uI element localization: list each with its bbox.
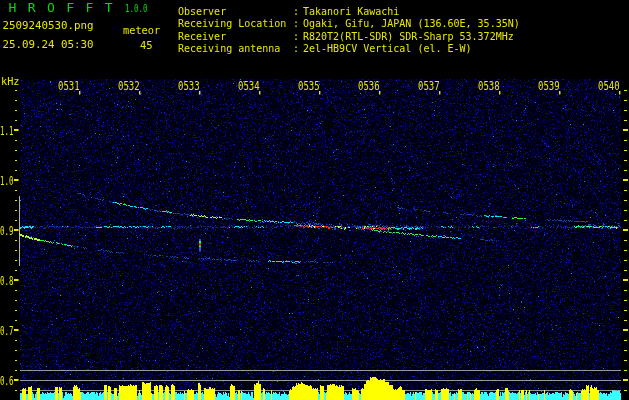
info-separator: : — [293, 6, 299, 17]
y-tick-label: 0.6 — [0, 374, 13, 388]
app-version: 1.0.0 — [125, 4, 148, 14]
observation-datetime: 25.09.24 05:30 — [3, 40, 94, 51]
x-tick-label: 0534 — [238, 79, 260, 93]
x-tick-label: 0533 — [178, 79, 200, 93]
x-tick-label: 0538 — [478, 79, 500, 93]
hrofft-window: H R O F F T 1.0.0 2509240530.png meteor … — [0, 0, 629, 400]
y-axis-unit-label: kHz — [1, 75, 19, 88]
x-tick-label: 0535 — [298, 79, 320, 93]
y-tick-label: 0.9 — [0, 224, 13, 238]
echo-count: 45 — [140, 40, 153, 51]
x-tick-label: 0536 — [358, 79, 380, 93]
x-tick-label: 0531 — [58, 79, 80, 93]
info-separator: : — [293, 43, 299, 54]
mode-label: meteor — [123, 25, 160, 35]
x-tick-label: 0537 — [418, 79, 440, 93]
x-tick-label: 0532 — [118, 79, 140, 93]
y-tick-label: 1.1 — [0, 124, 13, 138]
info-separator: : — [293, 31, 299, 42]
y-tick-label: 1.0 — [0, 174, 13, 188]
app-title: H R O F F T — [9, 1, 115, 14]
info-value: 2el-HB9CV Vertical (el. E-W) — [303, 43, 472, 54]
info-value: R820T2(RTL-SDR) SDR-Sharp 53.372MHz — [303, 31, 514, 42]
spectrogram-canvas — [0, 0, 629, 400]
info-separator: : — [293, 18, 299, 29]
x-tick-label: 0539 — [538, 79, 560, 93]
info-value: Takanori Kawachi — [303, 6, 399, 17]
info-label: Receiver — [178, 31, 226, 42]
y-tick-label: 0.8 — [0, 274, 13, 288]
output-filename: 2509240530.png — [3, 21, 94, 32]
info-label: Receiving antenna — [178, 43, 280, 54]
y-tick-label: 0.7 — [0, 324, 13, 338]
info-label: Observer — [178, 6, 226, 17]
info-label: Receiving Location — [178, 18, 286, 29]
info-value: Ogaki, Gifu, JAPAN (136.60E, 35.35N) — [303, 18, 520, 29]
x-tick-label: 0540 — [598, 79, 620, 93]
